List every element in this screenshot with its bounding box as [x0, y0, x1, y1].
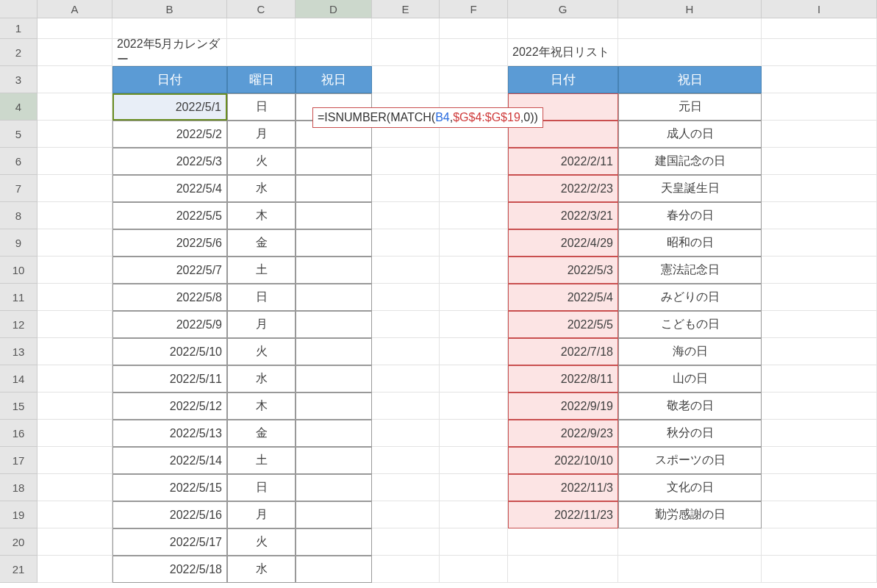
row-header-9[interactable]: 9: [0, 229, 37, 257]
col-header-D[interactable]: D: [296, 0, 372, 18]
cell-A20[interactable]: [37, 528, 112, 556]
cell-A21[interactable]: [37, 556, 112, 583]
cell-H1[interactable]: [618, 18, 762, 39]
col-header-E[interactable]: E: [372, 0, 440, 18]
cell-E3[interactable]: [372, 66, 440, 93]
cell-F1[interactable]: [440, 18, 508, 39]
cal-date[interactable]: 2022/5/18: [112, 556, 227, 583]
cal-holiday-cell[interactable]: [296, 257, 372, 284]
cell-F11[interactable]: [440, 284, 508, 311]
cell-E15[interactable]: [372, 392, 440, 420]
cal-holiday-cell[interactable]: [296, 528, 372, 556]
holiday-date[interactable]: 2022/11/23: [508, 501, 618, 528]
cal-dow[interactable]: 木: [227, 392, 296, 420]
col-header-G[interactable]: G: [508, 0, 618, 18]
holiday-date[interactable]: 2022/3/21: [508, 202, 618, 229]
cell-I10[interactable]: [762, 257, 877, 284]
cell-E18[interactable]: [372, 474, 440, 501]
cal-dow[interactable]: 月: [227, 121, 296, 148]
cal-dow[interactable]: 水: [227, 556, 296, 583]
cell-E9[interactable]: [372, 229, 440, 257]
cell-A2[interactable]: [37, 39, 112, 66]
cal-dow[interactable]: 火: [227, 148, 296, 175]
cell-A14[interactable]: [37, 365, 112, 392]
cell-H21[interactable]: [618, 556, 762, 583]
cell-C2[interactable]: [227, 39, 296, 66]
row-header-17[interactable]: 17: [0, 447, 37, 474]
cell-I14[interactable]: [762, 365, 877, 392]
cal-dow[interactable]: 月: [227, 501, 296, 528]
cell-E12[interactable]: [372, 311, 440, 338]
cell-G1[interactable]: [508, 18, 618, 39]
cell-F2[interactable]: [440, 39, 508, 66]
holiday-name[interactable]: 成人の日: [618, 121, 762, 148]
cell-E17[interactable]: [372, 447, 440, 474]
cell-I9[interactable]: [762, 229, 877, 257]
holiday-name[interactable]: 憲法記念日: [618, 257, 762, 284]
cell-I3[interactable]: [762, 66, 877, 93]
cell-I19[interactable]: [762, 501, 877, 528]
cal-date[interactable]: 2022/5/3: [112, 148, 227, 175]
row-header-10[interactable]: 10: [0, 257, 37, 284]
cell-A15[interactable]: [37, 392, 112, 420]
cal-holiday-cell[interactable]: [296, 148, 372, 175]
cell-A13[interactable]: [37, 338, 112, 365]
row-header-8[interactable]: 8: [0, 202, 37, 229]
row-header-19[interactable]: 19: [0, 501, 37, 528]
holiday-name[interactable]: 秋分の日: [618, 420, 762, 447]
row-header-16[interactable]: 16: [0, 420, 37, 447]
cal-dow[interactable]: 水: [227, 365, 296, 392]
cell-I16[interactable]: [762, 420, 877, 447]
header-date-right[interactable]: 日付: [508, 66, 618, 93]
holiday-name[interactable]: 天皇誕生日: [618, 175, 762, 202]
cal-holiday-cell[interactable]: [296, 311, 372, 338]
cal-dow[interactable]: 日: [227, 93, 296, 121]
cell-E2[interactable]: [372, 39, 440, 66]
cell-G20[interactable]: [508, 528, 618, 556]
holiday-name[interactable]: 文化の日: [618, 474, 762, 501]
cal-holiday-cell[interactable]: [296, 229, 372, 257]
cell-I13[interactable]: [762, 338, 877, 365]
holiday-name[interactable]: 勤労感謝の日: [618, 501, 762, 528]
cal-dow[interactable]: 月: [227, 311, 296, 338]
cell-A19[interactable]: [37, 501, 112, 528]
cell-D1[interactable]: [296, 18, 372, 39]
cell-I1[interactable]: [762, 18, 877, 39]
holiday-date[interactable]: 2022/8/11: [508, 365, 618, 392]
header-holiday-right[interactable]: 祝日: [618, 66, 762, 93]
col-header-A[interactable]: A: [37, 0, 112, 18]
cell-F10[interactable]: [440, 257, 508, 284]
row-header-6[interactable]: 6: [0, 148, 37, 175]
cell-E8[interactable]: [372, 202, 440, 229]
cal-dow[interactable]: 日: [227, 474, 296, 501]
cell-F18[interactable]: [440, 474, 508, 501]
cell-F16[interactable]: [440, 420, 508, 447]
holiday-date[interactable]: 2022/10/10: [508, 447, 618, 474]
cal-holiday-cell[interactable]: [296, 392, 372, 420]
holiday-name[interactable]: 昭和の日: [618, 229, 762, 257]
row-header-21[interactable]: 21: [0, 556, 37, 583]
cell-A1[interactable]: [37, 18, 112, 39]
row-header-7[interactable]: 7: [0, 175, 37, 202]
cell-I2[interactable]: [762, 39, 877, 66]
cal-date[interactable]: 2022/5/1: [112, 93, 227, 121]
row-header-11[interactable]: 11: [0, 284, 37, 311]
cell-A9[interactable]: [37, 229, 112, 257]
cell-I11[interactable]: [762, 284, 877, 311]
cell-I21[interactable]: [762, 556, 877, 583]
cell-B1[interactable]: [112, 18, 227, 39]
cal-date[interactable]: 2022/5/10: [112, 338, 227, 365]
header-date-left[interactable]: 日付: [112, 66, 227, 93]
cell-F9[interactable]: [440, 229, 508, 257]
cal-date[interactable]: 2022/5/9: [112, 311, 227, 338]
col-header-B[interactable]: B: [112, 0, 227, 18]
cal-date[interactable]: 2022/5/5: [112, 202, 227, 229]
cell-E10[interactable]: [372, 257, 440, 284]
cell-D2[interactable]: [296, 39, 372, 66]
cal-holiday-cell[interactable]: [296, 284, 372, 311]
cell-A6[interactable]: [37, 148, 112, 175]
cell-E1[interactable]: [372, 18, 440, 39]
col-header-F[interactable]: F: [440, 0, 508, 18]
cell-A18[interactable]: [37, 474, 112, 501]
cell-A4[interactable]: [37, 93, 112, 121]
